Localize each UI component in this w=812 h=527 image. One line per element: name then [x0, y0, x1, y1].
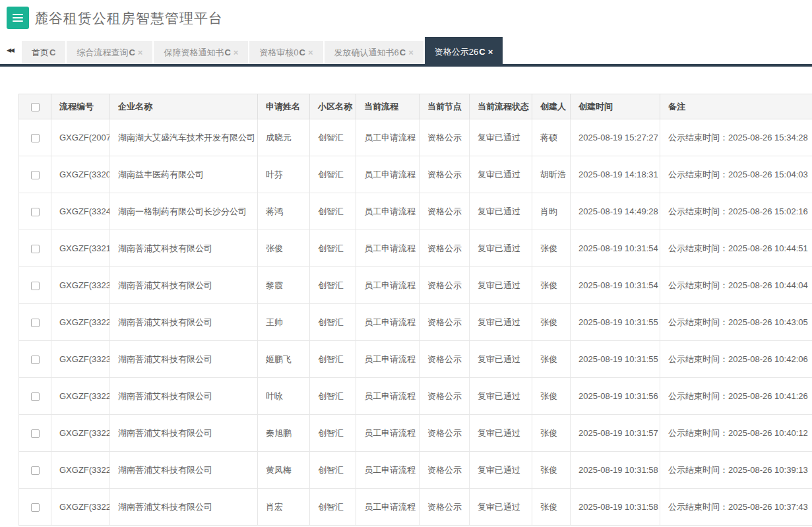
table-cell: 湖南菩浦艾科技有限公司 [110, 304, 258, 341]
table-cell: 2025-08-19 10:31:54 [571, 230, 660, 267]
table-cell: 资格公示 [420, 452, 470, 489]
table-cell: 黎霞 [258, 267, 310, 304]
row-checkbox[interactable] [31, 245, 40, 253]
tab[interactable]: 资格公示26C× [425, 37, 503, 67]
tab-close-icon[interactable]: × [308, 47, 313, 57]
table-cell: 资格公示 [420, 119, 470, 156]
table-cell: 员工申请流程 [356, 415, 420, 452]
table-cell: 湖南菩浦艾科技有限公司 [110, 489, 258, 526]
table-cell: GXGZF(20078) [51, 119, 110, 156]
column-header: 当前流程状态 [470, 94, 532, 119]
table-cell: 公示结束时间：2025-08-26 10:42:06 [660, 341, 812, 378]
hamburger-icon [13, 14, 23, 15]
app-window: 麓谷租赁公租房智慧管理平台 ◀◀ 首页C 综合流程查询C× 保障资格通知书C× … [0, 0, 812, 527]
table-cell: 创智汇 [310, 230, 356, 267]
tab-label: 保障资格通知书 [164, 47, 224, 59]
row-checkbox[interactable] [31, 319, 40, 327]
table-cell: 湖南湖大艾盛汽车技术开发有限公司 [110, 119, 258, 156]
hamburger-icon [13, 20, 23, 22]
table-cell: 资格公示 [420, 304, 470, 341]
table-row[interactable]: GXGZF(33240)湖南一格制药有限公司长沙分公司蒋鸿创智汇员工申请流程资格… [19, 193, 812, 230]
column-header: 申请姓名 [258, 94, 310, 119]
row-select-cell [19, 156, 51, 193]
table-cell: 创智汇 [310, 341, 356, 378]
table-cell: GXGZF(33220) [51, 452, 110, 489]
table-cell: 资格公示 [420, 378, 470, 415]
tab-close-icon[interactable]: × [234, 47, 239, 57]
column-header: 小区名称 [310, 94, 356, 119]
hamburger-menu-button[interactable] [7, 7, 29, 29]
table-cell: 资格公示 [420, 156, 470, 193]
table-row[interactable]: GXGZF(33228)湖南菩浦艾科技有限公司王帅创智汇员工申请流程资格公示复审… [19, 304, 812, 341]
table-cell: 创智汇 [310, 267, 356, 304]
row-checkbox[interactable] [31, 392, 40, 401]
row-checkbox[interactable] [31, 356, 40, 364]
top-bar: 麓谷租赁公租房智慧管理平台 [0, 0, 812, 36]
tab[interactable]: 综合流程查询C× [67, 41, 152, 64]
table-cell: 创智汇 [310, 304, 356, 341]
table-cell: 公示结束时间：2025-08-26 10:37:43 [660, 489, 812, 526]
table-cell: 公示结束时间：2025-08-26 10:43:05 [660, 304, 812, 341]
column-header: 当前节点 [420, 94, 470, 119]
table-cell: 湖南益丰医药有限公司 [110, 156, 258, 193]
table-cell: 肖昀 [532, 193, 571, 230]
table-cell: 秦旭鹏 [258, 415, 310, 452]
tabs-collapse-button[interactable]: ◀◀ [0, 36, 20, 64]
tab-refresh-icon[interactable]: C [299, 47, 305, 57]
tab-refresh-icon[interactable]: C [400, 47, 406, 57]
table-row[interactable]: GXGZF(33220)湖南菩浦艾科技有限公司黄凤梅创智汇员工申请流程资格公示复… [19, 452, 812, 489]
tab-refresh-icon[interactable]: C [49, 47, 55, 57]
table-row[interactable]: GXGZF(33201)湖南益丰医药有限公司叶芬创智汇员工申请流程资格公示复审已… [19, 156, 812, 193]
table-cell: 创智汇 [310, 378, 356, 415]
tab[interactable]: 首页C [22, 41, 65, 64]
table-row[interactable]: GXGZF(33226)湖南菩浦艾科技有限公司叶咏创智汇员工申请流程资格公示复审… [19, 378, 812, 415]
table-cell: 员工申请流程 [356, 304, 420, 341]
table-cell: 张俊 [532, 415, 571, 452]
tab[interactable]: 资格审核0C× [249, 41, 323, 64]
table-cell: 资格公示 [420, 415, 470, 452]
table-cell: 成晓元 [258, 119, 310, 156]
table-cell: 黄凤梅 [258, 452, 310, 489]
table-cell: 资格公示 [420, 193, 470, 230]
table-cell: 张俊 [532, 341, 571, 378]
table-cell: 王帅 [258, 304, 310, 341]
table-cell: 湖南菩浦艾科技有限公司 [110, 230, 258, 267]
table-cell: 肖宏 [258, 489, 310, 526]
tab-refresh-icon[interactable]: C [224, 47, 230, 57]
table-cell: 资格公示 [420, 267, 470, 304]
select-all-checkbox[interactable] [31, 103, 40, 111]
hamburger-icon [13, 17, 23, 18]
row-checkbox[interactable] [31, 208, 40, 216]
row-checkbox[interactable] [31, 282, 40, 290]
table-row[interactable]: GXGZF(33233)湖南菩浦艾科技有限公司黎霞创智汇员工申请流程资格公示复审… [19, 267, 812, 304]
page-title: 麓谷租赁公租房智慧管理平台 [34, 0, 223, 36]
tab[interactable]: 保障资格通知书C× [154, 41, 248, 64]
row-checkbox[interactable] [31, 466, 40, 475]
row-checkbox[interactable] [31, 134, 40, 142]
select-all-header-cell [19, 94, 51, 119]
tab-refresh-icon[interactable]: C [129, 47, 135, 57]
row-checkbox[interactable] [31, 429, 40, 438]
table-cell: 公示结束时间：2025-08-26 10:39:13 [660, 452, 812, 489]
table-cell: 资格公示 [420, 489, 470, 526]
table-row[interactable]: GXGZF(20078)湖南湖大艾盛汽车技术开发有限公司成晓元创智汇员工申请流程… [19, 119, 812, 156]
table-cell: 张俊 [532, 267, 571, 304]
table-row[interactable]: GXGZF(33221)湖南菩浦艾科技有限公司肖宏创智汇员工申请流程资格公示复审… [19, 489, 812, 526]
tab[interactable]: 发放确认通知书6C× [325, 41, 423, 64]
table-row[interactable]: GXGZF(33219)湖南菩浦艾科技有限公司张俊创智汇员工申请流程资格公示复审… [19, 230, 812, 267]
table-cell: 创智汇 [310, 489, 356, 526]
tab-close-icon[interactable]: × [488, 47, 493, 57]
tab-close-icon[interactable]: × [138, 47, 143, 57]
row-checkbox[interactable] [31, 503, 40, 512]
column-header: 备注 [660, 94, 812, 119]
tab-bar: ◀◀ 首页C 综合流程查询C× 保障资格通知书C× 资格审核0C× 发放确认通知… [0, 36, 812, 67]
row-checkbox[interactable] [31, 171, 40, 179]
table-cell: 湖南一格制药有限公司长沙分公司 [110, 193, 258, 230]
table-row[interactable]: GXGZF(33224)湖南菩浦艾科技有限公司秦旭鹏创智汇员工申请流程资格公示复… [19, 415, 812, 452]
tab-close-icon[interactable]: × [408, 47, 414, 57]
table-row[interactable]: GXGZF(33230)湖南菩浦艾科技有限公司姬鹏飞创智汇员工申请流程资格公示复… [19, 341, 812, 378]
tab-refresh-icon[interactable]: C [479, 47, 485, 57]
table-cell: 复审已通过 [470, 489, 532, 526]
tab-label: 资格公示26 [435, 46, 478, 58]
table-cell: GXGZF(33226) [51, 378, 110, 415]
